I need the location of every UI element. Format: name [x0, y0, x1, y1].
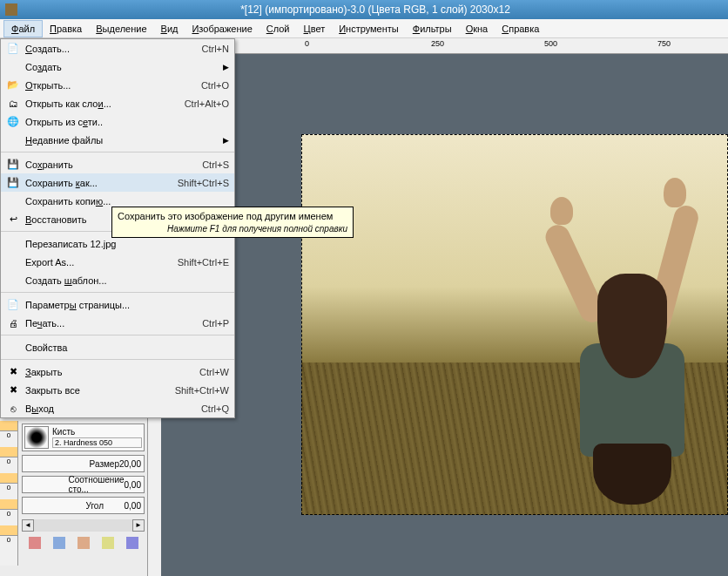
menu-item-label: Создать шаблон...	[25, 275, 229, 286]
menu-item-label: Параметры страницы...	[25, 300, 229, 310]
menu-item-label: Сохранить копию...	[25, 196, 229, 207]
menu-item-label: Перезаписать 12.jpg	[25, 239, 229, 249]
brush-name: 2. Hardness 050	[52, 437, 142, 448]
doc-icon: 📄	[6, 42, 20, 56]
angle-value: 0,00	[125, 501, 144, 511]
menu-файл[interactable]: Файл	[3, 20, 43, 37]
tab-icon-5[interactable]	[126, 537, 138, 549]
globe-icon: 🌐	[6, 115, 20, 129]
menu-вид[interactable]: Вид	[154, 21, 185, 37]
menu-item-label: Создать...	[25, 44, 202, 54]
scroll-right-icon[interactable]: ►	[132, 519, 145, 532]
ruler-tick: 250	[431, 39, 444, 48]
menu-item-export-as-[interactable]: Export As...Shift+Ctrl+E	[1, 253, 234, 271]
blank-icon	[6, 237, 20, 251]
page-icon: 📄	[6, 298, 20, 312]
menu-item-label: Открыть как слои...	[25, 98, 185, 109]
menu-изображение[interactable]: Изображение	[185, 21, 259, 37]
menu-item-label: Сохранить как...	[25, 178, 178, 188]
dock-tabs	[22, 537, 145, 549]
menu-цвет[interactable]: Цвет	[297, 21, 333, 37]
menu-item-label: Сохранить	[25, 159, 202, 170]
canvas-area[interactable]	[161, 54, 728, 576]
aspect-slider[interactable]: Соотношение сто... 0,00	[22, 476, 145, 493]
shortcut: Ctrl+W	[199, 367, 229, 377]
brush-selector[interactable]: Кисть 2. Hardness 050	[22, 424, 145, 451]
menubar: ФайлПравкаВыделениеВидИзображениеСлойЦве…	[0, 19, 728, 38]
ruler-tick: 500	[544, 39, 557, 48]
ruler-cell: 0	[0, 447, 17, 465]
menu-item-открыть-[interactable]: 📂Открыть...Ctrl+O	[1, 76, 234, 94]
size-value: 20,00	[119, 459, 144, 469]
menu-item-создать[interactable]: Создать▶	[1, 58, 234, 76]
ruler-tick: 0	[305, 39, 309, 48]
menu-item-сохранить[interactable]: 💾СохранитьCtrl+S	[1, 155, 234, 173]
menu-выделение[interactable]: Выделение	[89, 21, 153, 37]
brush-label: Кисть	[52, 427, 142, 437]
menu-item-label: Открыть...	[25, 80, 201, 91]
ruler-cell: 0	[0, 421, 17, 439]
tool-options-panel: Кисть 2. Hardness 050 Размер 20,00 Соотн…	[19, 421, 147, 566]
menu-фильтры[interactable]: Фильтры	[406, 21, 459, 37]
menu-item-печать-[interactable]: 🖨Печать...Ctrl+P	[1, 314, 234, 332]
blank-icon	[6, 341, 20, 355]
exit-icon: ⎋	[6, 402, 20, 416]
angle-slider[interactable]: Угол 0,00	[22, 497, 145, 514]
close-icon: ✖	[6, 365, 20, 379]
scroll-track[interactable]	[34, 519, 132, 532]
menu-item-выход[interactable]: ⎋ВыходCtrl+Q	[1, 399, 234, 417]
menu-инструменты[interactable]: Инструменты	[332, 21, 406, 37]
menu-item-свойства[interactable]: Свойства	[1, 338, 234, 356]
menu-item-сохранить-как-[interactable]: 💾Сохранить как...Shift+Ctrl+S	[1, 173, 234, 192]
scroll-left-icon[interactable]: ◄	[22, 519, 34, 532]
tooltip: Сохранить это изображение под другим име…	[111, 207, 354, 238]
menu-item-label: Выход	[25, 403, 201, 414]
size-slider[interactable]: Размер 20,00	[22, 455, 145, 472]
menu-item-создать-шаблон-[interactable]: Создать шаблон...	[1, 271, 234, 289]
menu-item-label: Свойства	[25, 342, 229, 353]
blank-icon	[6, 60, 20, 74]
menu-item-label: Недавние файлы	[25, 135, 223, 146]
menu-item-параметры-страницы-[interactable]: 📄Параметры страницы...	[1, 295, 234, 314]
aspect-value: 0,00	[125, 480, 144, 490]
aspect-label: Соотношение сто...	[65, 475, 124, 494]
menu-item-label: Export As...	[25, 257, 178, 268]
ruler-tick: 750	[657, 39, 671, 48]
shortcut: Ctrl+N	[202, 44, 229, 54]
menu-item-открыть-из-сети-[interactable]: 🌐Открыть из сети..	[1, 112, 234, 131]
layers-icon: 🗂	[6, 97, 20, 111]
menu-item-label: Закрыть	[25, 367, 199, 377]
menu-правка[interactable]: Правка	[43, 21, 89, 37]
menu-item-закрыть-все[interactable]: ✖Закрыть всеShift+Ctrl+W	[1, 381, 234, 399]
menu-слой[interactable]: Слой	[260, 21, 297, 37]
menu-item-открыть-как-слои-[interactable]: 🗂Открыть как слои...Ctrl+Alt+O	[1, 94, 234, 112]
canvas[interactable]	[301, 134, 728, 515]
left-ruler-stack: 00000	[0, 421, 18, 566]
shortcut: Shift+Ctrl+E	[178, 257, 229, 268]
menu-item-label: Открыть из сети..	[25, 117, 229, 127]
app-icon	[5, 3, 17, 16]
shortcut: Ctrl+Alt+O	[185, 98, 229, 109]
shortcut: Ctrl+P	[202, 318, 229, 329]
menu-item-недавние-файлы[interactable]: Недавние файлы▶	[1, 131, 234, 149]
tab-icon-2[interactable]	[53, 537, 65, 549]
menu-item-label: Печать...	[25, 318, 202, 329]
open-icon: 📂	[6, 78, 20, 92]
menu-item-закрыть[interactable]: ✖ЗакрытьCtrl+W	[1, 363, 234, 381]
tab-icon-3[interactable]	[78, 537, 90, 549]
ruler-horizontal: -250025050075010001250	[161, 38, 728, 54]
menu-item-создать-[interactable]: 📄Создать...Ctrl+N	[1, 39, 234, 58]
shortcut: Shift+Ctrl+W	[175, 385, 229, 396]
menu-окна[interactable]: Окна	[459, 21, 495, 37]
window-title: *[12] (импортировано)-3.0 (Цвета RGB, 1 …	[23, 3, 728, 16]
menu-справка[interactable]: Справка	[495, 21, 546, 37]
ruler-cell: 0	[0, 525, 17, 544]
saveas-icon: 💾	[6, 176, 20, 190]
tab-icon-1[interactable]	[29, 537, 41, 549]
tab-icon-4[interactable]	[102, 537, 114, 549]
submenu-arrow-icon: ▶	[223, 63, 229, 71]
revert-icon: ↩	[6, 213, 20, 227]
shortcut: Ctrl+O	[201, 80, 229, 91]
options-scrollbar[interactable]: ◄ ►	[22, 519, 145, 532]
close-icon: ✖	[6, 383, 20, 397]
